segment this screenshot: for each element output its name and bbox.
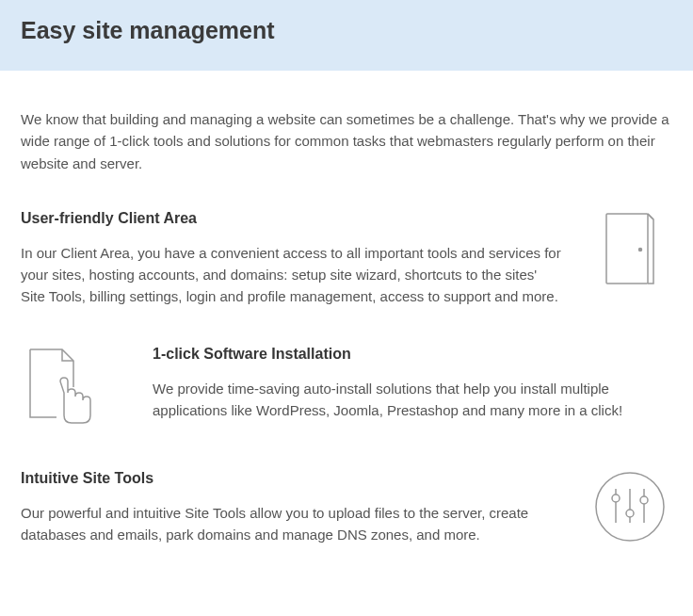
feature-title: 1-click Software Installation [153,346,672,363]
svg-point-2 [639,248,642,251]
feature-body: We provide time-saving auto-install solu… [153,378,672,422]
file-click-icon [21,346,134,432]
feature-body: In our Client Area, you have a convenien… [21,242,561,308]
svg-point-5 [612,494,620,502]
svg-point-9 [640,496,648,504]
page-title: Easy site management [21,17,672,44]
feature-title: Intuitive Site Tools [21,470,561,487]
feature-title: User-friendly Client Area [21,210,561,227]
feature-site-tools: Intuitive Site Tools Our powerful and in… [21,470,672,546]
intro-paragraph: We know that building and managing a web… [21,108,672,174]
content-area: We know that building and managing a web… [0,71,693,566]
feature-software-install: 1-click Software Installation We provide… [21,346,672,432]
feature-client-area: User-friendly Client Area In our Client … [21,210,672,308]
svg-line-1 [648,214,653,219]
feature-body: Our powerful and intuitive Site Tools al… [21,502,561,546]
sliders-icon [588,470,672,543]
svg-point-7 [626,510,634,517]
header-banner: Easy site management [0,0,693,71]
door-icon [588,210,672,287]
